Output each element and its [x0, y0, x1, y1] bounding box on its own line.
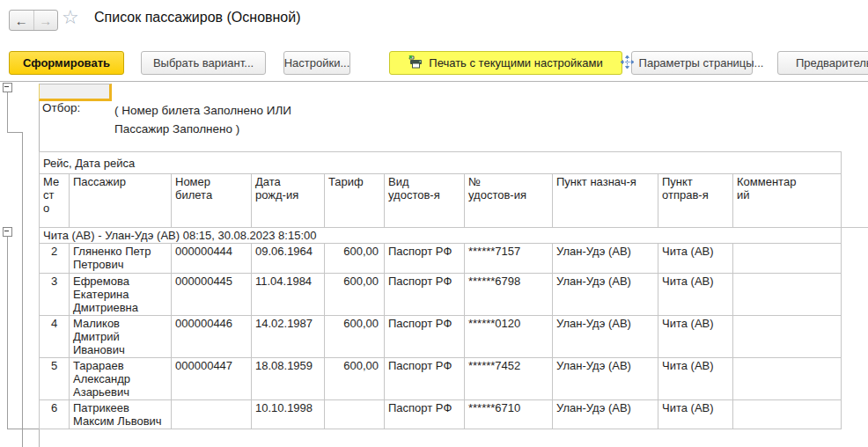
cell-origin[interactable]: Чита (АВ)	[658, 316, 733, 358]
cell-origin[interactable]: Чита (АВ)	[658, 400, 733, 429]
preview-button[interactable]: Предварительны	[777, 51, 868, 75]
cell-ticket[interactable]: 000000445	[172, 274, 252, 316]
back-button[interactable]: ←	[10, 11, 34, 30]
cell-passenger[interactable]: Тарараев Александр Азарьевич	[70, 358, 172, 400]
cell-seat[interactable]: 5	[40, 358, 70, 400]
table-row: 6Патрикеев Максим Львович10.10.1998Паспо…	[40, 400, 842, 429]
cell-doc-type[interactable]: Паспорт РФ	[385, 316, 465, 358]
col-header-passenger[interactable]: Пассажир	[70, 174, 172, 228]
cell-tariff[interactable]: 600,00	[325, 316, 385, 358]
page-params-button[interactable]: Параметры страницы...	[631, 51, 753, 75]
toolbar-separator	[0, 81, 868, 82]
forward-button[interactable]: →	[34, 11, 58, 30]
cell-doc-type[interactable]: Паспорт РФ	[385, 358, 465, 400]
cell-doc-number[interactable]: ******6798	[465, 274, 553, 316]
cell-destination[interactable]: Улан-Удэ (АВ)	[553, 316, 658, 358]
cell-comment[interactable]	[733, 244, 842, 274]
cell-ticket[interactable]: 000000444	[172, 244, 252, 274]
group-row-border-extension	[841, 227, 868, 228]
collapse-group-toggle[interactable]	[3, 227, 12, 237]
cell-destination[interactable]: Улан-Удэ (АВ)	[553, 358, 658, 400]
cell-seat[interactable]: 3	[40, 274, 70, 316]
cell-destination[interactable]: Улан-Удэ (АВ)	[553, 274, 658, 316]
cell-comment[interactable]	[733, 358, 842, 400]
printer-icon	[408, 55, 423, 71]
cell-ticket[interactable]	[172, 400, 252, 429]
cell-passenger[interactable]: Гляненко Петр Петрович	[70, 244, 172, 274]
history-nav: ← →	[9, 10, 58, 31]
cell-ticket[interactable]: 000000447	[172, 358, 252, 400]
col-header-tariff[interactable]: Тариф	[325, 174, 385, 228]
cell-doc-type[interactable]: Паспорт РФ	[385, 274, 465, 316]
group-bracket-line	[7, 429, 39, 429]
cell-birth-date[interactable]: 09.06.1964	[252, 244, 325, 274]
collapse-report-toggle[interactable]	[3, 83, 12, 92]
col-header-comment[interactable]: Комментар ий	[733, 174, 842, 228]
cell-origin[interactable]: Чита (АВ)	[658, 358, 733, 400]
cell-comment[interactable]	[733, 316, 842, 358]
cell-tariff[interactable]: 600,00	[325, 358, 385, 400]
filter-label: Отбор:	[42, 101, 80, 114]
col-header-seat[interactable]: Ме ст о	[40, 174, 70, 228]
cell-doc-type[interactable]: Паспорт РФ	[385, 400, 465, 429]
group-bracket-line	[7, 92, 8, 132]
table-row: 2Гляненко Петр Петрович00000044409.06.19…	[40, 244, 842, 274]
cell-ticket[interactable]: 000000446	[172, 316, 252, 358]
cell-passenger[interactable]: Патрикеев Максим Львович	[70, 400, 172, 429]
app-window: ← → ☆ Список пассажиров (Основной) Сформ…	[0, 0, 868, 447]
print-current-settings-button[interactable]: Печать с текущими настройками	[389, 51, 622, 75]
generate-button[interactable]: Сформировать	[9, 51, 124, 75]
cell-destination[interactable]: Улан-Удэ (АВ)	[553, 400, 658, 429]
trip-group-cell[interactable]: Чита (АВ) - Улан-Удэ (АВ) 08:15, 30.08.2…	[40, 228, 842, 244]
favorite-star-icon[interactable]: ☆	[62, 7, 79, 28]
group-bracket-line	[7, 236, 8, 429]
table-row: 4Маликов Дмитрий Иванович00000044614.02.…	[40, 316, 842, 358]
col-header-origin[interactable]: Пункт отправ-я	[658, 174, 733, 228]
cell-birth-date[interactable]: 18.08.1959	[252, 358, 325, 400]
cell-passenger[interactable]: Ефремова Екатерина Дмитриевна	[70, 274, 172, 316]
choose-variant-button[interactable]: Выбрать вариант...	[141, 51, 266, 75]
move-crosshair-icon	[621, 55, 634, 71]
cell-destination[interactable]: Улан-Удэ (АВ)	[553, 244, 658, 274]
group-bracket-line	[7, 132, 22, 133]
cell-doc-number[interactable]: ******7157	[465, 244, 553, 274]
page-params-label: Параметры страницы...	[639, 56, 764, 70]
cell-doc-number[interactable]: ******0120	[465, 316, 553, 358]
filter-value: ( Номер билета Заполнено ИЛИ Пассажир За…	[114, 101, 291, 138]
band-title-cell[interactable]: Рейс, Дата рейса	[40, 152, 842, 174]
cell-tariff[interactable]: 600,00	[325, 274, 385, 316]
cell-birth-date[interactable]: 10.10.1998	[252, 400, 325, 429]
group-bracket-line	[22, 132, 23, 447]
table-row: 3Ефремова Екатерина Дмитриевна0000004451…	[40, 274, 842, 316]
cell-passenger[interactable]: Маликов Дмитрий Иванович	[70, 316, 172, 358]
cell-tariff[interactable]: 600,00	[325, 244, 385, 274]
col-header-birth-date[interactable]: Дата рожд-ия	[252, 174, 325, 228]
cell-birth-date[interactable]: 11.04.1984	[252, 274, 325, 316]
cell-birth-date[interactable]: 14.02.1987	[252, 316, 325, 358]
cell-seat[interactable]: 4	[40, 316, 70, 358]
cell-comment[interactable]	[733, 274, 842, 316]
cell-tariff[interactable]	[325, 400, 385, 429]
cell-seat[interactable]: 6	[40, 400, 70, 429]
cell-origin[interactable]: Чита (АВ)	[658, 274, 733, 316]
cell-doc-type[interactable]: Паспорт РФ	[385, 244, 465, 274]
selected-cell[interactable]	[39, 84, 112, 101]
cell-doc-number[interactable]: ******6710	[465, 400, 553, 429]
col-header-ticket[interactable]: Номер билета	[172, 174, 252, 228]
table-row: 5Тарараев Александр Азарьевич00000044718…	[40, 358, 842, 400]
passenger-table: Рейс, Дата рейса Ме ст о Пассажир Номер …	[39, 151, 842, 429]
col-header-doc-number[interactable]: № удостов-ия	[465, 174, 553, 228]
trip-group-row: Чита (АВ) - Улан-Удэ (АВ) 08:15, 30.08.2…	[40, 228, 842, 244]
settings-button[interactable]: Настройки...	[283, 51, 350, 75]
cell-seat[interactable]: 2	[40, 244, 70, 274]
cell-origin[interactable]: Чита (АВ)	[658, 244, 733, 274]
print-current-settings-label: Печать с текущими настройками	[429, 56, 602, 70]
col-header-doc-type[interactable]: Вид удостов-я	[385, 174, 465, 228]
page-title: Список пассажиров (Основной)	[94, 10, 301, 26]
col-header-destination[interactable]: Пункт назнач-я	[553, 174, 658, 228]
cell-comment[interactable]	[733, 400, 842, 429]
cell-doc-number[interactable]: ******7452	[465, 358, 553, 400]
header-row: Ме ст о Пассажир Номер билета Дата рожд-…	[40, 174, 842, 228]
